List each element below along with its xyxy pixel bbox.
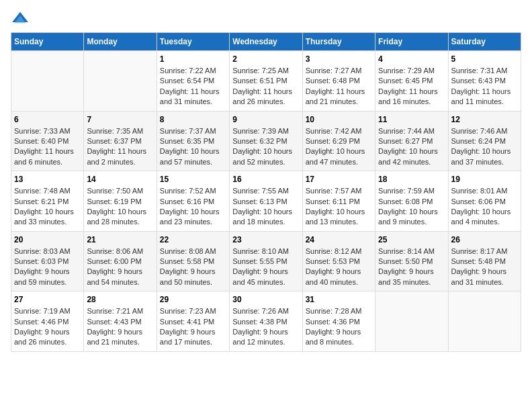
- calendar-cell: 25Sunrise: 8:14 AM Sunset: 5:50 PM Dayli…: [375, 231, 448, 291]
- calendar-cell: 3Sunrise: 7:27 AM Sunset: 6:48 PM Daylig…: [302, 51, 375, 111]
- day-info: Sunrise: 7:52 AM Sunset: 6:16 PM Dayligh…: [160, 186, 226, 228]
- day-info: Sunrise: 8:14 AM Sunset: 5:50 PM Dayligh…: [378, 246, 445, 288]
- day-number: 10: [306, 115, 372, 124]
- day-number: 22: [160, 235, 226, 244]
- weekday-header-row: SundayMondayTuesdayWednesdayThursdayFrid…: [11, 33, 521, 51]
- calendar-cell: 9Sunrise: 7:39 AM Sunset: 6:32 PM Daylig…: [230, 111, 302, 171]
- calendar-cell: 24Sunrise: 8:12 AM Sunset: 5:53 PM Dayli…: [302, 231, 375, 291]
- calendar-cell: [84, 51, 157, 111]
- day-info: Sunrise: 7:57 AM Sunset: 6:11 PM Dayligh…: [306, 186, 372, 228]
- day-info: Sunrise: 7:33 AM Sunset: 6:40 PM Dayligh…: [14, 126, 81, 168]
- calendar-cell: 30Sunrise: 7:26 AM Sunset: 4:38 PM Dayli…: [230, 291, 302, 352]
- day-number: 24: [306, 235, 372, 244]
- calendar-cell: 16Sunrise: 7:55 AM Sunset: 6:13 PM Dayli…: [230, 171, 302, 232]
- calendar-cell: 17Sunrise: 7:57 AM Sunset: 6:11 PM Dayli…: [302, 171, 375, 232]
- weekday-header-friday: Friday: [375, 33, 448, 51]
- day-number: 27: [14, 295, 81, 304]
- calendar-week-row: 13Sunrise: 7:48 AM Sunset: 6:21 PM Dayli…: [11, 171, 521, 232]
- day-info: Sunrise: 7:42 AM Sunset: 6:29 PM Dayligh…: [306, 126, 372, 168]
- day-number: 4: [378, 54, 445, 64]
- day-info: Sunrise: 7:29 AM Sunset: 6:45 PM Dayligh…: [378, 66, 445, 107]
- day-number: 25: [378, 235, 445, 244]
- day-info: Sunrise: 7:21 AM Sunset: 4:43 PM Dayligh…: [87, 306, 153, 348]
- calendar-cell: 31Sunrise: 7:28 AM Sunset: 4:36 PM Dayli…: [302, 291, 375, 352]
- day-number: 6: [14, 115, 81, 124]
- calendar-cell: 5Sunrise: 7:31 AM Sunset: 6:43 PM Daylig…: [448, 51, 521, 111]
- calendar-cell: 13Sunrise: 7:48 AM Sunset: 6:21 PM Dayli…: [11, 171, 84, 232]
- day-info: Sunrise: 8:08 AM Sunset: 5:58 PM Dayligh…: [160, 246, 226, 288]
- day-number: 9: [232, 115, 299, 124]
- calendar-cell: 2Sunrise: 7:25 AM Sunset: 6:51 PM Daylig…: [230, 51, 302, 111]
- day-info: Sunrise: 8:10 AM Sunset: 5:55 PM Dayligh…: [232, 246, 299, 288]
- day-number: 8: [160, 115, 226, 124]
- calendar-week-row: 6Sunrise: 7:33 AM Sunset: 6:40 PM Daylig…: [11, 111, 521, 171]
- day-number: 17: [306, 175, 372, 184]
- day-info: Sunrise: 7:55 AM Sunset: 6:13 PM Dayligh…: [232, 186, 299, 228]
- calendar-cell: 14Sunrise: 7:50 AM Sunset: 6:19 PM Dayli…: [84, 171, 157, 232]
- day-info: Sunrise: 7:59 AM Sunset: 6:08 PM Dayligh…: [378, 186, 445, 228]
- day-number: 5: [451, 54, 518, 64]
- day-number: 15: [160, 175, 226, 184]
- weekday-header-wednesday: Wednesday: [230, 33, 302, 51]
- day-number: 1: [160, 54, 226, 64]
- calendar-cell: 27Sunrise: 7:19 AM Sunset: 4:46 PM Dayli…: [11, 291, 84, 352]
- day-info: Sunrise: 7:35 AM Sunset: 6:37 PM Dayligh…: [87, 126, 153, 168]
- day-info: Sunrise: 7:46 AM Sunset: 6:24 PM Dayligh…: [451, 126, 518, 168]
- calendar-cell: 7Sunrise: 7:35 AM Sunset: 6:37 PM Daylig…: [84, 111, 157, 171]
- day-info: Sunrise: 8:06 AM Sunset: 6:00 PM Dayligh…: [87, 246, 153, 288]
- day-info: Sunrise: 7:37 AM Sunset: 6:35 PM Dayligh…: [160, 126, 226, 168]
- weekday-header-saturday: Saturday: [448, 33, 521, 51]
- weekday-header-tuesday: Tuesday: [157, 33, 229, 51]
- calendar-cell: 15Sunrise: 7:52 AM Sunset: 6:16 PM Dayli…: [157, 171, 229, 232]
- day-info: Sunrise: 8:17 AM Sunset: 5:48 PM Dayligh…: [451, 246, 518, 288]
- day-number: 26: [451, 235, 518, 244]
- calendar-cell: 10Sunrise: 7:42 AM Sunset: 6:29 PM Dayli…: [302, 111, 375, 171]
- day-info: Sunrise: 7:50 AM Sunset: 6:19 PM Dayligh…: [87, 186, 153, 228]
- calendar-week-row: 27Sunrise: 7:19 AM Sunset: 4:46 PM Dayli…: [11, 291, 521, 352]
- logo-icon: [11, 11, 30, 26]
- day-info: Sunrise: 7:48 AM Sunset: 6:21 PM Dayligh…: [14, 186, 81, 228]
- calendar-cell: 4Sunrise: 7:29 AM Sunset: 6:45 PM Daylig…: [375, 51, 448, 111]
- day-number: 28: [87, 295, 153, 304]
- day-info: Sunrise: 7:25 AM Sunset: 6:51 PM Dayligh…: [232, 66, 299, 107]
- day-number: 13: [14, 175, 81, 184]
- day-info: Sunrise: 7:27 AM Sunset: 6:48 PM Dayligh…: [306, 66, 372, 107]
- calendar-cell: 11Sunrise: 7:44 AM Sunset: 6:27 PM Dayli…: [375, 111, 448, 171]
- day-info: Sunrise: 7:31 AM Sunset: 6:43 PM Dayligh…: [451, 66, 518, 107]
- calendar-cell: 28Sunrise: 7:21 AM Sunset: 4:43 PM Dayli…: [84, 291, 157, 352]
- calendar-cell: 23Sunrise: 8:10 AM Sunset: 5:55 PM Dayli…: [230, 231, 302, 291]
- calendar-cell: 26Sunrise: 8:17 AM Sunset: 5:48 PM Dayli…: [448, 231, 521, 291]
- calendar-cell: [11, 51, 84, 111]
- day-number: 19: [451, 175, 518, 184]
- calendar-cell: 1Sunrise: 7:22 AM Sunset: 6:54 PM Daylig…: [157, 51, 229, 111]
- day-number: 12: [451, 115, 518, 124]
- calendar-week-row: 1Sunrise: 7:22 AM Sunset: 6:54 PM Daylig…: [11, 51, 521, 111]
- calendar-cell: 22Sunrise: 8:08 AM Sunset: 5:58 PM Dayli…: [157, 231, 229, 291]
- day-number: 23: [232, 235, 299, 244]
- calendar-cell: 21Sunrise: 8:06 AM Sunset: 6:00 PM Dayli…: [84, 231, 157, 291]
- day-info: Sunrise: 7:23 AM Sunset: 4:41 PM Dayligh…: [160, 306, 226, 348]
- day-number: 11: [378, 115, 445, 124]
- day-info: Sunrise: 7:19 AM Sunset: 4:46 PM Dayligh…: [14, 306, 81, 348]
- day-info: Sunrise: 8:01 AM Sunset: 6:06 PM Dayligh…: [451, 186, 518, 228]
- weekday-header-monday: Monday: [84, 33, 157, 51]
- day-info: Sunrise: 8:12 AM Sunset: 5:53 PM Dayligh…: [306, 246, 372, 288]
- day-number: 18: [378, 175, 445, 184]
- day-number: 29: [160, 295, 226, 304]
- weekday-header-sunday: Sunday: [11, 33, 84, 51]
- day-info: Sunrise: 7:28 AM Sunset: 4:36 PM Dayligh…: [306, 306, 372, 348]
- calendar-cell: 19Sunrise: 8:01 AM Sunset: 6:06 PM Dayli…: [448, 171, 521, 232]
- day-info: Sunrise: 7:22 AM Sunset: 6:54 PM Dayligh…: [160, 66, 226, 107]
- day-number: 3: [306, 54, 372, 64]
- calendar-cell: 12Sunrise: 7:46 AM Sunset: 6:24 PM Dayli…: [448, 111, 521, 171]
- calendar-cell: 8Sunrise: 7:37 AM Sunset: 6:35 PM Daylig…: [157, 111, 229, 171]
- calendar-cell: 18Sunrise: 7:59 AM Sunset: 6:08 PM Dayli…: [375, 171, 448, 232]
- calendar-cell: [375, 291, 448, 352]
- day-number: 20: [14, 235, 81, 244]
- day-number: 30: [232, 295, 299, 304]
- calendar-cell: 29Sunrise: 7:23 AM Sunset: 4:41 PM Dayli…: [157, 291, 229, 352]
- day-info: Sunrise: 8:03 AM Sunset: 6:03 PM Dayligh…: [14, 246, 81, 288]
- day-number: 7: [87, 115, 153, 124]
- calendar-week-row: 20Sunrise: 8:03 AM Sunset: 6:03 PM Dayli…: [11, 231, 521, 291]
- calendar-cell: 20Sunrise: 8:03 AM Sunset: 6:03 PM Dayli…: [11, 231, 84, 291]
